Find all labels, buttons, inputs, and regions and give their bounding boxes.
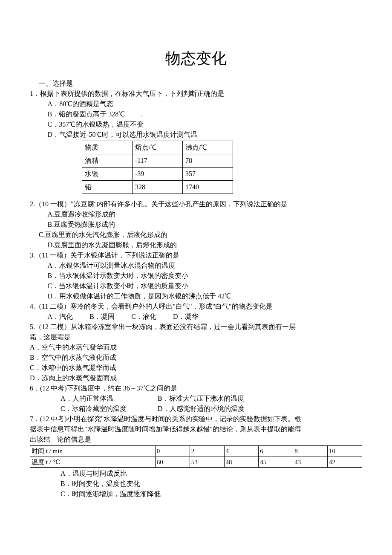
q6-row1: A．人的正常体温 B．标准大气压下沸水的温度 (30, 393, 362, 404)
q1-opt-c: C．357℃的水银吸热，温度不变 (30, 119, 362, 130)
page-title: 物态变化 (30, 47, 362, 70)
table-row: 物质 熔点/℃ 沸点/℃ (82, 141, 233, 154)
td: 8 (293, 446, 328, 457)
q6-opt-d: D．人感觉舒适的环境的温度 (158, 404, 245, 414)
td: 2 (190, 446, 224, 457)
table-row: 时间 t / min 0 2 4 6 8 10 (30, 446, 362, 457)
q5-stem-2: 霜，这层霜是 (30, 332, 362, 342)
td: 42 (328, 457, 362, 468)
q1-opt-d: D．气温接近-50℃时，可以选用水银温度计测气温 (30, 130, 362, 140)
q3-opt-b: B．当水银体温计示数变大时，水银的密度变小 (30, 271, 362, 281)
q7-stem-2: 据表中信息可得出"水降温时温度随时间增加降低得越来越慢"的结论，则从表中提取的能… (30, 424, 362, 434)
table-row: 温度 t / ℃ 60 53 48 45 43 42 (30, 457, 362, 468)
td: 4 (224, 446, 259, 457)
q2-opt-a: A.豆腐遇冷收缩形成的 (30, 209, 362, 220)
q2-opt-d: D.豆腐里面的水先凝固膨胀，后熔化形成的 (30, 240, 362, 250)
q1-stem: 1．根据下表所提供的数据，在标准大气压下，下列判断正确的是 (30, 89, 362, 99)
td: 357 (183, 168, 233, 181)
q1-opt-a: A．80℃的酒精是气态 (30, 99, 362, 109)
td: 6 (259, 446, 293, 457)
td: 53 (190, 457, 224, 468)
td: 45 (259, 457, 293, 468)
q4-opt-c: C．液化 (131, 312, 156, 322)
q4-opt-d: D．凝华 (173, 312, 199, 322)
q7-stem-1: 7．(12 中考)小明在探究"水降温时温度与时间的关系的实验中，记录的实验数据如… (30, 414, 362, 424)
q4-opt-a: A．汽化 (48, 312, 73, 322)
q5-stem-1: 5.（12 二模）从冰箱冷冻室拿出一块冻肉，表面还没有结霜，过一会儿看到其表面有… (30, 322, 362, 332)
td: 43 (293, 457, 328, 468)
q7-stem-3: 出该结 论的信息是 (30, 434, 362, 445)
td: -39 (133, 168, 183, 181)
section-heading: 一、选择题 (30, 78, 362, 89)
td: 10 (328, 446, 362, 457)
q5-opt-b: B．空气中的水蒸气液化而成 (30, 353, 362, 363)
td: 48 (224, 457, 259, 468)
td: 水银 (82, 168, 133, 181)
q7-opt-a: A．温度与时间成反比 (30, 468, 362, 479)
td: 温度 t / ℃ (30, 457, 156, 468)
td: 60 (155, 457, 190, 468)
q3-opt-c: C．当水银体温计示数变小时，水银的质量变小 (30, 281, 362, 291)
q7-opt-b: B．时间变化，温度也变化 (30, 479, 362, 489)
q3-opt-d: D．用水银做体温计的工作物质，是因为水银的沸点低于 42℃ (30, 291, 362, 301)
th: 熔点/℃ (133, 141, 183, 154)
q4-opt-b: B．凝固 (89, 312, 115, 322)
td: 328 (133, 181, 183, 194)
q3-stem: 3.（11 一模）关于水银体温计，下列说法正确的是 (30, 250, 362, 260)
q5-opt-a: A．空气中的水蒸气凝华而成 (30, 342, 362, 353)
td: -117 (133, 154, 183, 168)
q3-opt-a: A．水银体温计可以测量冰水混合物的温度 (30, 260, 362, 271)
table-row: 水银 -39 357 (82, 168, 233, 181)
q6-opt-a: A．人的正常体温 (61, 393, 156, 404)
q7-table: 时间 t / min 0 2 4 6 8 10 温度 t / ℃ 60 53 4… (30, 445, 362, 468)
q5-opt-c: C．冰箱中的水蒸气凝华而成 (30, 363, 362, 373)
q1-table: 物质 熔点/℃ 沸点/℃ 酒精 -117 78 水银 -39 357 铅 328… (82, 141, 233, 194)
q1-opt-b: B．铅的凝固点高于 328℃ ， (30, 109, 362, 119)
q4-stem: 4.（11 二模）寒冷的冬天，会看到户外的人呼出"白气"，形成"白气"的物态变化… (30, 301, 362, 312)
table-row: 铅 328 1740 (82, 181, 233, 194)
td: 酒精 (82, 154, 133, 168)
q7-opt-c: C．时间逐渐增加，温度逐渐降低 (30, 489, 362, 499)
q6-row2: C．冰箱冷藏室的温度 D．人感觉舒适的环境的温度 (30, 404, 362, 414)
td: 0 (155, 446, 190, 457)
q5-opt-d: D．冻肉上的水蒸气凝固而成 (30, 373, 362, 383)
td: 时间 t / min (30, 446, 156, 457)
q4-options: A．汽化 B．凝固 C．液化 D．凝华 (30, 312, 362, 322)
q6-stem: 6．(12 中考)下列温度中，约在 36～37℃之间的是 (30, 383, 362, 393)
q6-opt-c: C．冰箱冷藏室的温度 (61, 404, 156, 414)
th: 物质 (82, 141, 133, 154)
q6-opt-b: B．标准大气压下沸水的温度 (158, 393, 244, 404)
q2-opt-b: B.豆腐受热膨胀形成的 (30, 220, 362, 230)
th: 沸点/℃ (183, 141, 233, 154)
q2-stem: 2.（10 一模）"冻豆腐"内部有许多小孔。关于这些小孔产生的原因，下列说法正确… (30, 199, 362, 209)
td: 1740 (183, 181, 233, 194)
table-row: 酒精 -117 78 (82, 154, 233, 168)
td: 铅 (82, 181, 133, 194)
td: 78 (183, 154, 233, 168)
q2-opt-c: C.豆腐里面的水先汽化膨胀，后液化形成的 (30, 230, 362, 240)
